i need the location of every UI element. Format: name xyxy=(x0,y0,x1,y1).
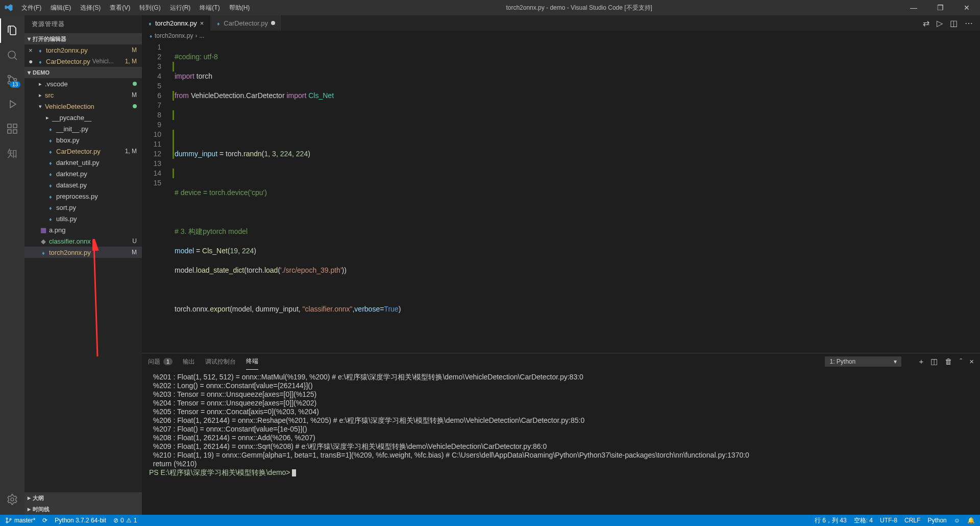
workspace-header[interactable]: ▾ DEMO xyxy=(24,67,142,78)
status-indent[interactable]: 空格: 4 xyxy=(854,516,873,525)
close-icon[interactable]: × xyxy=(29,46,36,54)
svg-point-0 xyxy=(8,51,15,58)
item-name: bbox.py xyxy=(56,136,80,144)
file-type-icon: ⬧ xyxy=(46,181,55,189)
status-problems[interactable]: ⊘0 ⚠1 xyxy=(113,517,137,524)
folder-item[interactable]: ▸.vscode xyxy=(24,78,142,89)
status-eol[interactable]: CRLF xyxy=(904,517,920,524)
split-terminal-icon[interactable]: ◫ xyxy=(930,357,938,366)
file-item[interactable]: ⬧sort.py xyxy=(24,202,142,213)
panel-tab-output[interactable]: 输出 xyxy=(183,353,195,370)
tab-torch2onnx[interactable]: ⬧ torch2onnx.py × xyxy=(142,15,210,31)
close-panel-icon[interactable]: × xyxy=(969,357,974,366)
close-button[interactable]: ✕ xyxy=(958,4,976,12)
scm-icon[interactable]: 13 xyxy=(0,67,24,92)
menu-run[interactable]: 运行(R) xyxy=(166,2,195,14)
file-item[interactable]: ⬧torch2onnx.pyM xyxy=(24,247,142,258)
svg-rect-4 xyxy=(8,124,11,128)
split-editor-icon[interactable]: ◫ xyxy=(950,18,958,28)
extensions-icon[interactable] xyxy=(0,116,24,141)
status-branch[interactable]: master* xyxy=(5,517,35,524)
file-item[interactable]: ⬧CarDetector.py1, M xyxy=(24,146,142,157)
file-type-icon: ⬧ xyxy=(46,170,55,178)
editor-tabs: ⬧ torch2onnx.py × ⬧ CarDetector.py ⇄ ▷ ◫… xyxy=(142,15,980,31)
breadcrumb[interactable]: ⬧ torch2onnx.py › ... xyxy=(142,31,980,41)
status-cursor-pos[interactable]: 行 6，列 43 xyxy=(815,516,847,525)
editor-actions: ⇄ ▷ ◫ ⋯ xyxy=(916,15,980,31)
vscode-icon xyxy=(4,3,13,12)
status-notifications-icon[interactable]: 🔔 xyxy=(967,517,975,524)
menu-selection[interactable]: 选择(S) xyxy=(76,2,105,14)
breadcrumb-rest: ... xyxy=(199,32,204,39)
search-icon[interactable] xyxy=(0,43,24,67)
code-editor[interactable]: 123456789101112131415 #coding: utf-8 imp… xyxy=(142,41,980,353)
status-encoding[interactable]: UTF-8 xyxy=(880,517,897,524)
status-language[interactable]: Python xyxy=(927,517,946,524)
menu-view[interactable]: 查看(V) xyxy=(106,2,134,14)
chevron-icon: ▸ xyxy=(39,92,45,99)
menu-go[interactable]: 转到(G) xyxy=(135,2,164,14)
outline-header[interactable]: ▸ 大纲 xyxy=(24,492,142,504)
menu-edit[interactable]: 编辑(E) xyxy=(46,2,75,14)
file-item[interactable]: ⬧darknet.py xyxy=(24,168,142,179)
file-item[interactable]: ⬧utils.py xyxy=(24,213,142,224)
folder-item[interactable]: ▾VehicleDetection xyxy=(24,101,142,112)
git-status: 1, M xyxy=(125,148,137,155)
panel-tab-problems[interactable]: 问题1 xyxy=(148,353,173,370)
more-icon[interactable]: ⋯ xyxy=(965,18,973,28)
menu-help[interactable]: 帮助(H) xyxy=(225,2,254,14)
file-type-icon: ⬧ xyxy=(46,148,55,155)
chevron-down-icon: ▾ xyxy=(28,35,31,42)
status-sync[interactable]: ⟳ xyxy=(42,517,47,524)
explorer-icon[interactable] xyxy=(0,18,24,43)
file-item[interactable]: ⬧__init__.py xyxy=(24,123,142,134)
open-editor-item[interactable]: ● ⬧ CarDetector.py Vehicl... 1, M xyxy=(24,56,142,67)
kill-terminal-icon[interactable]: 🗑 xyxy=(945,357,952,366)
panel-tab-debug[interactable]: 调试控制台 xyxy=(205,353,236,370)
git-status: M xyxy=(132,91,137,99)
status-python[interactable]: Python 3.7.2 64-bit xyxy=(55,517,106,524)
open-editors-header[interactable]: ▾ 打开的编辑器 xyxy=(24,33,142,44)
minimize-button[interactable]: — xyxy=(904,4,923,12)
window-controls: — ❐ ✕ xyxy=(904,4,976,12)
svg-point-3 xyxy=(14,79,17,81)
tab-cardetector[interactable]: ⬧ CarDetector.py xyxy=(210,15,282,31)
git-status: M xyxy=(132,46,137,54)
file-item[interactable]: ⬧darknet_util.py xyxy=(24,157,142,168)
run-icon[interactable]: ▷ xyxy=(937,18,943,28)
python-file-icon: ⬧ xyxy=(216,19,220,27)
settings-icon[interactable] xyxy=(0,487,24,512)
file-item[interactable]: ⬧bbox.py xyxy=(24,134,142,146)
file-path: Vehicl... xyxy=(92,58,114,65)
git-dot xyxy=(133,104,137,108)
debug-icon[interactable] xyxy=(0,92,24,116)
file-type-icon: ⬧ xyxy=(46,159,55,166)
item-name: preprocess.py xyxy=(56,193,98,200)
compare-icon[interactable]: ⇄ xyxy=(923,18,929,28)
file-item[interactable]: ⬧dataset.py xyxy=(24,179,142,190)
menu-terminal[interactable]: 终端(T) xyxy=(195,2,224,14)
timeline-header[interactable]: ▸ 时间线 xyxy=(24,504,142,515)
open-editor-item[interactable]: × ⬧ torch2onnx.py M xyxy=(24,44,142,56)
item-name: darknet.py xyxy=(56,170,87,178)
maximize-button[interactable]: ❐ xyxy=(931,4,949,12)
terminal-selector[interactable]: 1: Python▾ xyxy=(825,356,901,367)
status-feedback[interactable]: ☺ xyxy=(954,517,960,524)
zhihu-icon[interactable]: 知 xyxy=(0,141,24,165)
folder-item[interactable]: ▸__pycache__ xyxy=(24,112,142,123)
panel-tab-terminal[interactable]: 终端 xyxy=(246,353,258,370)
maximize-panel-icon[interactable]: ˆ xyxy=(960,357,962,366)
file-item[interactable]: ▦a.png xyxy=(24,224,142,235)
new-terminal-icon[interactable]: + xyxy=(919,357,923,366)
terminal-content[interactable]: %201 : Float(1, 512, 512) = onnx::MatMul… xyxy=(142,370,980,515)
tab-close-icon[interactable]: × xyxy=(200,19,204,27)
outline-label: 大纲 xyxy=(33,494,44,502)
file-item[interactable]: ◆classifier.onnxU xyxy=(24,235,142,247)
chevron-icon: ▸ xyxy=(39,81,45,87)
folder-item[interactable]: ▸srcM xyxy=(24,89,142,101)
menu-file[interactable]: 文件(F) xyxy=(17,2,45,14)
item-name: a.png xyxy=(49,226,66,234)
file-item[interactable]: ⬧preprocess.py xyxy=(24,190,142,202)
chevron-icon: ▾ xyxy=(39,103,45,110)
tab-label: torch2onnx.py xyxy=(155,19,197,27)
